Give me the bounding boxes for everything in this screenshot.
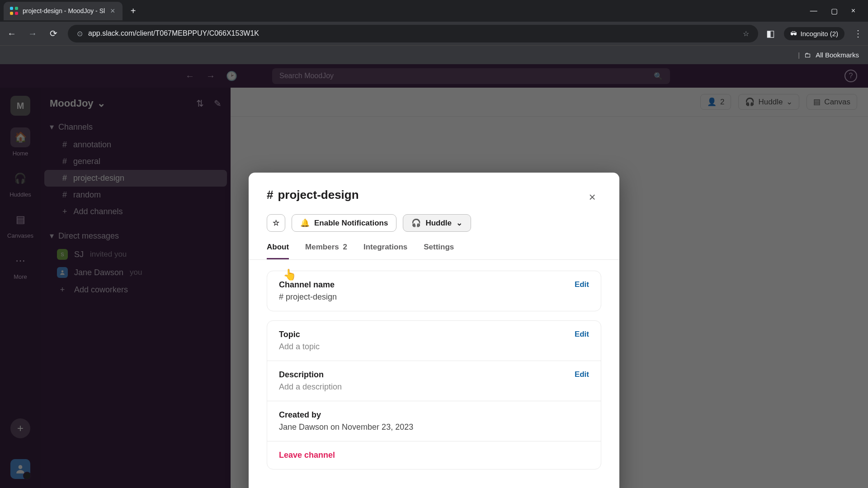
topic-label: Topic	[279, 330, 589, 339]
channel-name-label: Channel name	[279, 280, 589, 290]
star-icon: ☆	[273, 218, 279, 228]
created-by-section: Created by Jane Dawson on November 23, 2…	[267, 401, 601, 441]
channel-details-modal: # project-design × ☆ 🔔 Enable Notificati…	[249, 173, 619, 488]
edit-topic-button[interactable]: Edit	[575, 330, 589, 339]
channel-details-card: Topic Add a topic Edit Description Add a…	[267, 320, 601, 469]
channel-name-card: Channel name # project-design Edit	[267, 271, 601, 311]
leave-channel-section[interactable]: Leave channel	[267, 441, 601, 469]
browser-toolbar: ← → ⟳ ⊙ app.slack.com/client/T067MEBPPUY…	[0, 22, 868, 45]
incognito-badge[interactable]: 🕶 Incognito (2)	[784, 27, 844, 40]
incognito-icon: 🕶	[790, 30, 797, 38]
description-label: Description	[279, 370, 589, 380]
forward-button[interactable]: →	[26, 28, 39, 39]
edit-description-button[interactable]: Edit	[575, 370, 589, 379]
tab-settings[interactable]: Settings	[424, 241, 454, 259]
bookmarks-bar: | 🗀 All Bookmarks	[0, 45, 868, 64]
description-section[interactable]: Description Add a description Edit	[267, 361, 601, 401]
slack-app: ← → 🕑 Search MoodJoy 🔍 ? M 🏠 Home 🎧 Hudd…	[0, 64, 868, 488]
tab-about[interactable]: About	[267, 241, 289, 259]
side-panel-icon[interactable]: ◧	[766, 28, 775, 39]
tab-title: project-design - MoodJoy - Sl	[23, 7, 105, 14]
modal-title: # project-design	[267, 188, 359, 202]
tab-members-label: Members	[305, 243, 339, 251]
channel-name-value: # project-design	[279, 292, 589, 302]
address-bar[interactable]: ⊙ app.slack.com/client/T067MEBPPUY/C066X…	[68, 25, 758, 42]
headphones-icon: 🎧	[411, 218, 421, 228]
topic-section[interactable]: Topic Add a topic Edit	[267, 321, 601, 361]
site-info-icon[interactable]: ⊙	[77, 29, 83, 38]
new-tab-button[interactable]: +	[126, 4, 141, 18]
url-text: app.slack.com/client/T067MEBPPUY/C066X15…	[88, 29, 737, 38]
tab-members-count: 2	[343, 243, 347, 251]
incognito-label: Incognito (2)	[801, 30, 838, 38]
maximize-icon[interactable]: ▢	[831, 7, 838, 15]
modal-huddle-label: Huddle	[425, 219, 452, 228]
modal-title-text: project-design	[278, 188, 359, 202]
minimize-icon[interactable]: —	[810, 7, 817, 15]
slack-favicon	[10, 7, 18, 15]
edit-channel-name-button[interactable]: Edit	[575, 280, 589, 289]
reload-button[interactable]: ⟳	[47, 28, 60, 39]
channel-name-section[interactable]: Channel name # project-design Edit	[267, 271, 601, 311]
tab-members[interactable]: Members 2	[305, 241, 347, 259]
leave-channel-button[interactable]: Leave channel	[279, 450, 589, 460]
close-window-icon[interactable]: ×	[851, 7, 855, 15]
chevron-down-icon: ⌄	[456, 218, 462, 228]
topic-placeholder: Add a topic	[279, 342, 589, 352]
window-controls: — ▢ ×	[810, 7, 864, 15]
browser-menu-icon[interactable]: ⋮	[854, 28, 863, 39]
browser-tab-strip: project-design - MoodJoy - Sl × + — ▢ ×	[0, 0, 868, 22]
created-by-value: Jane Dawson on November 23, 2023	[279, 422, 589, 432]
all-bookmarks-icon: 🗀	[804, 51, 811, 59]
star-channel-button[interactable]: ☆	[267, 214, 285, 232]
created-by-label: Created by	[279, 410, 589, 420]
tab-integrations[interactable]: Integrations	[363, 241, 407, 259]
bookmark-star-icon[interactable]: ☆	[743, 29, 749, 38]
browser-tab[interactable]: project-design - MoodJoy - Sl ×	[4, 2, 123, 20]
back-button[interactable]: ←	[5, 28, 18, 39]
all-bookmarks-button[interactable]: All Bookmarks	[816, 51, 859, 59]
hash-icon: #	[267, 188, 273, 202]
description-placeholder: Add a description	[279, 382, 589, 392]
tab-close-icon[interactable]: ×	[109, 6, 116, 16]
modal-tabs: About Members 2 Integrations Settings	[249, 241, 619, 260]
modal-huddle-button[interactable]: 🎧 Huddle ⌄	[403, 214, 471, 232]
enable-notifications-button[interactable]: 🔔 Enable Notifications	[292, 214, 396, 232]
notifications-label: Enable Notifications	[314, 219, 388, 228]
close-modal-button[interactable]: ×	[583, 188, 601, 206]
bell-icon: 🔔	[300, 218, 310, 228]
